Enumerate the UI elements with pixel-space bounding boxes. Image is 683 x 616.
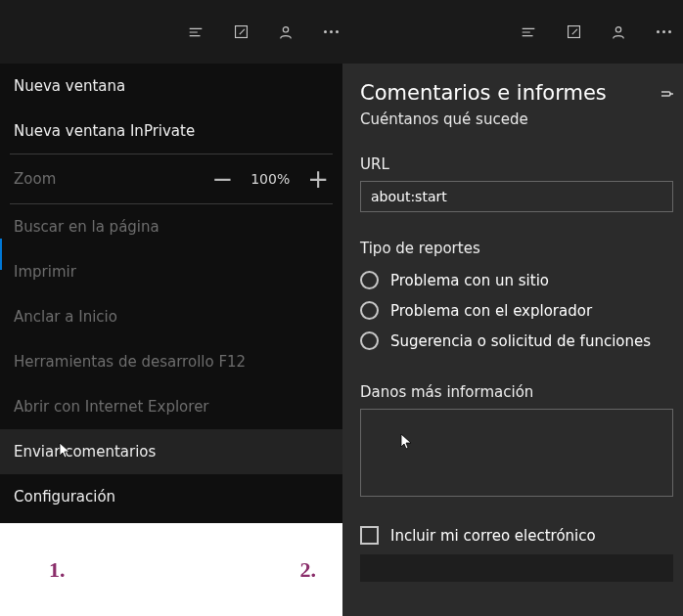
profile-icon[interactable]	[276, 22, 296, 42]
svg-rect-0	[235, 26, 247, 38]
more-info-textarea[interactable]	[360, 409, 673, 497]
profile-icon[interactable]	[609, 22, 628, 42]
menu-dev-tools[interactable]: Herramientas de desarrollo F12	[0, 339, 342, 384]
svg-rect-2	[568, 26, 579, 38]
zoom-out-button[interactable]: −	[211, 166, 233, 192]
annotation-footer: 1. 2.	[0, 523, 342, 616]
topbar-right	[519, 22, 673, 42]
feedback-panel: Comentarios e informes Cuéntanos qué suc…	[342, 64, 683, 616]
topbar	[0, 0, 683, 64]
menu-find[interactable]: Buscar en la página	[0, 204, 342, 249]
menu-icon[interactable]	[186, 22, 205, 42]
radio-label: Sugerencia o solicitud de funciones	[390, 332, 651, 350]
radio-icon	[360, 331, 379, 350]
annotation-2: 2.	[300, 557, 317, 583]
more-info-label: Danos más información	[360, 383, 673, 401]
more-icon[interactable]	[321, 22, 341, 42]
topbar-left	[186, 22, 341, 42]
radio-browser-problem[interactable]: Problema con el explorador	[360, 301, 673, 320]
edit-icon[interactable]	[231, 22, 250, 42]
pin-icon[interactable]	[660, 86, 673, 100]
checkbox-label: Incluir mi correo electrónico	[390, 527, 596, 545]
more-icon[interactable]	[654, 22, 673, 42]
radio-label: Problema con un sitio	[390, 272, 549, 289]
annotation-1: 1.	[49, 557, 66, 583]
menu-settings[interactable]: Configuración	[0, 474, 342, 519]
feedback-subtitle: Cuéntanos qué sucede	[360, 110, 673, 128]
menu-pin-start[interactable]: Anclar a Inicio	[0, 294, 342, 339]
checkbox-icon	[360, 526, 379, 545]
radio-suggestion[interactable]: Sugerencia o solicitud de funciones	[360, 331, 673, 350]
menu-new-inprivate[interactable]: Nueva ventana InPrivate	[0, 109, 342, 154]
svg-point-3	[615, 26, 620, 31]
cursor-icon	[400, 433, 412, 451]
menu-new-window[interactable]: Nueva ventana	[0, 64, 342, 109]
report-type-label: Tipo de reportes	[360, 240, 673, 257]
menu-zoom: Zoom − 100% +	[0, 154, 342, 203]
email-input[interactable]	[360, 554, 673, 582]
radio-icon	[360, 271, 379, 289]
feedback-title: Comentarios e informes	[360, 81, 607, 105]
radio-site-problem[interactable]: Problema con un sitio	[360, 271, 673, 289]
url-input[interactable]	[360, 181, 673, 212]
flyout-menu: Nueva ventana Nueva ventana InPrivate Zo…	[0, 64, 342, 616]
radio-icon	[360, 301, 379, 320]
menu-feedback-label: Enviar comentarios	[14, 443, 156, 461]
url-label: URL	[360, 155, 673, 173]
menu-print[interactable]: Imprimir	[0, 249, 342, 294]
edit-icon[interactable]	[564, 22, 583, 42]
menu-icon[interactable]	[519, 22, 538, 42]
zoom-value: 100%	[250, 171, 290, 187]
zoom-label: Zoom	[14, 170, 56, 188]
accent-indicator	[0, 239, 2, 270]
radio-label: Problema con el explorador	[390, 302, 592, 320]
main-content: Nueva ventana Nueva ventana InPrivate Zo…	[0, 64, 683, 616]
menu-open-ie[interactable]: Abrir con Internet Explorer	[0, 384, 342, 429]
menu-feedback[interactable]: Enviar comentarios	[0, 429, 342, 474]
svg-point-1	[283, 26, 288, 31]
include-email-checkbox[interactable]: Incluir mi correo electrónico	[360, 526, 673, 545]
zoom-in-button[interactable]: +	[307, 166, 329, 192]
